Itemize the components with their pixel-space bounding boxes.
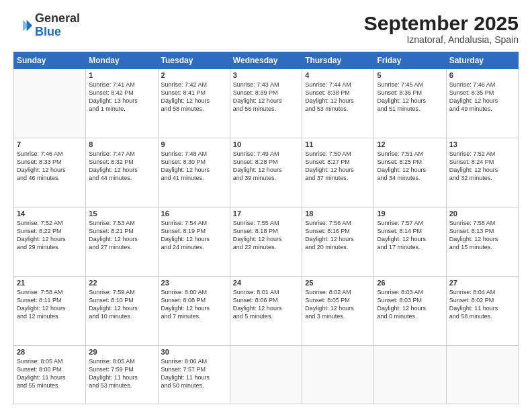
day-number: 4 xyxy=(305,71,371,79)
calendar-cell: 17Sunrise: 7:55 AM Sunset: 8:18 PM Dayli… xyxy=(230,207,302,276)
day-info: Sunrise: 7:57 AM Sunset: 8:14 PM Dayligh… xyxy=(377,219,443,252)
calendar-week-4: 21Sunrise: 7:58 AM Sunset: 8:11 PM Dayli… xyxy=(14,276,519,345)
logo-blue: Blue xyxy=(35,25,61,38)
day-number: 11 xyxy=(305,140,371,148)
day-info: Sunrise: 7:55 AM Sunset: 8:18 PM Dayligh… xyxy=(233,219,299,252)
calendar-cell: 7Sunrise: 7:46 AM Sunset: 8:33 PM Daylig… xyxy=(14,138,86,207)
calendar-cell: 16Sunrise: 7:54 AM Sunset: 8:19 PM Dayli… xyxy=(158,207,230,276)
day-number: 7 xyxy=(17,140,83,148)
day-number: 10 xyxy=(233,140,299,148)
calendar-cell: 13Sunrise: 7:52 AM Sunset: 8:24 PM Dayli… xyxy=(446,138,518,207)
calendar-cell: 20Sunrise: 7:58 AM Sunset: 8:13 PM Dayli… xyxy=(446,207,518,276)
day-number: 12 xyxy=(377,140,443,148)
calendar-week-1: 1Sunrise: 7:41 AM Sunset: 8:42 PM Daylig… xyxy=(14,69,519,138)
day-number: 6 xyxy=(449,71,515,79)
day-info: Sunrise: 7:50 AM Sunset: 8:27 PM Dayligh… xyxy=(305,150,371,183)
day-number: 22 xyxy=(89,279,154,287)
day-number: 28 xyxy=(17,348,83,356)
calendar-cell xyxy=(230,345,302,404)
calendar: SundayMondayTuesdayWednesdayThursdayFrid… xyxy=(13,52,519,404)
day-info: Sunrise: 8:02 AM Sunset: 8:05 PM Dayligh… xyxy=(305,288,371,321)
day-number: 5 xyxy=(377,71,443,79)
calendar-header-row: SundayMondayTuesdayWednesdayThursdayFrid… xyxy=(14,52,519,69)
day-info: Sunrise: 7:41 AM Sunset: 8:42 PM Dayligh… xyxy=(89,81,154,113)
day-number: 27 xyxy=(449,279,515,287)
day-number: 17 xyxy=(233,210,299,218)
calendar-cell: 23Sunrise: 8:00 AM Sunset: 8:08 PM Dayli… xyxy=(158,276,230,345)
logo-general: General xyxy=(35,11,80,25)
calendar-header-tuesday: Tuesday xyxy=(158,52,230,69)
calendar-cell: 15Sunrise: 7:53 AM Sunset: 8:21 PM Dayli… xyxy=(86,207,158,276)
calendar-header-monday: Monday xyxy=(86,52,158,69)
calendar-cell xyxy=(446,345,518,404)
calendar-cell: 3Sunrise: 7:43 AM Sunset: 8:39 PM Daylig… xyxy=(230,69,302,138)
day-number: 18 xyxy=(305,210,371,218)
day-info: Sunrise: 7:51 AM Sunset: 8:25 PM Dayligh… xyxy=(377,150,443,183)
day-number: 16 xyxy=(161,210,227,218)
day-info: Sunrise: 7:46 AM Sunset: 8:33 PM Dayligh… xyxy=(17,150,83,183)
calendar-header-friday: Friday xyxy=(374,52,446,69)
calendar-cell: 22Sunrise: 7:59 AM Sunset: 8:10 PM Dayli… xyxy=(86,276,158,345)
calendar-cell: 4Sunrise: 7:44 AM Sunset: 8:38 PM Daylig… xyxy=(302,69,374,138)
day-info: Sunrise: 7:49 AM Sunset: 8:28 PM Dayligh… xyxy=(233,150,299,183)
day-info: Sunrise: 7:56 AM Sunset: 8:16 PM Dayligh… xyxy=(305,219,371,252)
calendar-cell: 2Sunrise: 7:42 AM Sunset: 8:41 PM Daylig… xyxy=(158,69,230,138)
day-number: 23 xyxy=(161,279,227,287)
day-info: Sunrise: 7:52 AM Sunset: 8:24 PM Dayligh… xyxy=(449,150,515,183)
day-info: Sunrise: 7:58 AM Sunset: 8:13 PM Dayligh… xyxy=(449,219,515,252)
day-number: 1 xyxy=(89,71,154,79)
calendar-cell: 21Sunrise: 7:58 AM Sunset: 8:11 PM Dayli… xyxy=(14,276,86,345)
calendar-cell: 8Sunrise: 7:47 AM Sunset: 8:32 PM Daylig… xyxy=(86,138,158,207)
calendar-cell: 14Sunrise: 7:52 AM Sunset: 8:22 PM Dayli… xyxy=(14,207,86,276)
day-number: 29 xyxy=(89,348,154,356)
day-number: 19 xyxy=(377,210,443,218)
day-info: Sunrise: 7:54 AM Sunset: 8:19 PM Dayligh… xyxy=(161,219,227,252)
day-info: Sunrise: 7:46 AM Sunset: 8:35 PM Dayligh… xyxy=(449,81,515,113)
calendar-cell: 26Sunrise: 8:03 AM Sunset: 8:03 PM Dayli… xyxy=(374,276,446,345)
calendar-cell: 28Sunrise: 8:05 AM Sunset: 8:00 PM Dayli… xyxy=(14,345,86,404)
location: Iznatoraf, Andalusia, Spain xyxy=(364,34,519,45)
day-number: 13 xyxy=(449,140,515,148)
calendar-header-thursday: Thursday xyxy=(302,52,374,69)
calendar-header-sunday: Sunday xyxy=(14,52,86,69)
day-info: Sunrise: 7:58 AM Sunset: 8:11 PM Dayligh… xyxy=(17,288,83,321)
calendar-cell: 24Sunrise: 8:01 AM Sunset: 8:06 PM Dayli… xyxy=(230,276,302,345)
day-number: 9 xyxy=(161,140,227,148)
day-info: Sunrise: 8:05 AM Sunset: 8:00 PM Dayligh… xyxy=(17,357,83,390)
day-info: Sunrise: 7:43 AM Sunset: 8:39 PM Dayligh… xyxy=(233,81,299,113)
calendar-cell: 25Sunrise: 8:02 AM Sunset: 8:05 PM Dayli… xyxy=(302,276,374,345)
day-number: 14 xyxy=(17,210,83,218)
day-info: Sunrise: 7:45 AM Sunset: 8:36 PM Dayligh… xyxy=(377,81,443,113)
calendar-cell xyxy=(374,345,446,404)
day-info: Sunrise: 8:06 AM Sunset: 7:57 PM Dayligh… xyxy=(161,357,227,390)
day-info: Sunrise: 8:01 AM Sunset: 8:06 PM Dayligh… xyxy=(233,288,299,321)
calendar-cell: 9Sunrise: 7:48 AM Sunset: 8:30 PM Daylig… xyxy=(158,138,230,207)
day-info: Sunrise: 7:52 AM Sunset: 8:22 PM Dayligh… xyxy=(17,219,83,252)
day-info: Sunrise: 8:04 AM Sunset: 8:02 PM Dayligh… xyxy=(449,288,515,321)
calendar-week-3: 14Sunrise: 7:52 AM Sunset: 8:22 PM Dayli… xyxy=(14,207,519,276)
calendar-cell: 29Sunrise: 8:05 AM Sunset: 7:59 PM Dayli… xyxy=(86,345,158,404)
day-number: 25 xyxy=(305,279,371,287)
title-block: September 2025 Iznatoraf, Andalusia, Spa… xyxy=(364,12,519,45)
day-info: Sunrise: 7:53 AM Sunset: 8:21 PM Dayligh… xyxy=(89,219,154,252)
day-info: Sunrise: 7:59 AM Sunset: 8:10 PM Dayligh… xyxy=(89,288,154,321)
calendar-cell: 19Sunrise: 7:57 AM Sunset: 8:14 PM Dayli… xyxy=(374,207,446,276)
day-number: 26 xyxy=(377,279,443,287)
calendar-week-5: 28Sunrise: 8:05 AM Sunset: 8:00 PM Dayli… xyxy=(14,345,519,404)
calendar-cell: 11Sunrise: 7:50 AM Sunset: 8:27 PM Dayli… xyxy=(302,138,374,207)
logo: General Blue xyxy=(13,12,80,39)
calendar-cell xyxy=(302,345,374,404)
calendar-cell: 12Sunrise: 7:51 AM Sunset: 8:25 PM Dayli… xyxy=(374,138,446,207)
day-info: Sunrise: 7:47 AM Sunset: 8:32 PM Dayligh… xyxy=(89,150,154,183)
day-info: Sunrise: 7:42 AM Sunset: 8:41 PM Dayligh… xyxy=(161,81,227,113)
day-info: Sunrise: 8:03 AM Sunset: 8:03 PM Dayligh… xyxy=(377,288,443,321)
calendar-cell: 18Sunrise: 7:56 AM Sunset: 8:16 PM Dayli… xyxy=(302,207,374,276)
day-number: 15 xyxy=(89,210,154,218)
calendar-header-saturday: Saturday xyxy=(446,52,518,69)
calendar-header-wednesday: Wednesday xyxy=(230,52,302,69)
logo-icon xyxy=(13,16,32,35)
logo-text: General Blue xyxy=(35,12,80,39)
calendar-cell: 6Sunrise: 7:46 AM Sunset: 8:35 PM Daylig… xyxy=(446,69,518,138)
day-number: 8 xyxy=(89,140,154,148)
day-info: Sunrise: 8:05 AM Sunset: 7:59 PM Dayligh… xyxy=(89,357,154,390)
